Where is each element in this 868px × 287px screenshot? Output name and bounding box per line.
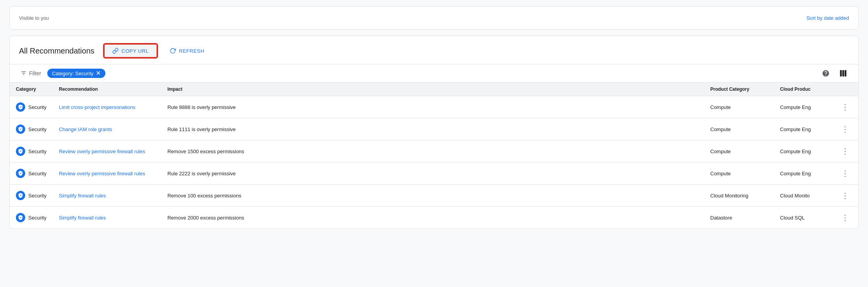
product-category-cell: Datastore bbox=[704, 207, 774, 229]
impact-cell: Remove 2000 excess permissions bbox=[161, 207, 704, 229]
cloud-product-cell: Cloud SQL bbox=[774, 207, 832, 229]
category-cell: Security bbox=[10, 163, 53, 185]
cloud-product-cell: Compute Eng bbox=[774, 140, 832, 163]
impact-cell: Remove 1500 excess permissions bbox=[161, 140, 704, 163]
section-header: All Recommendations COPY URL REFRESH bbox=[10, 36, 858, 64]
cloud-product-cell: Compute Eng bbox=[774, 118, 832, 140]
filter-icon bbox=[21, 70, 27, 76]
filter-bar: Filter Category: Security ✕ bbox=[10, 64, 858, 83]
filter-button[interactable]: Filter bbox=[19, 69, 43, 78]
more-actions-cell[interactable]: ⋮ bbox=[832, 96, 858, 118]
col-header-impact: Impact bbox=[161, 83, 704, 96]
more-actions-cell[interactable]: ⋮ bbox=[832, 118, 858, 140]
recommendation-cell[interactable]: Simplify firewall rules bbox=[53, 185, 161, 207]
more-actions-cell[interactable]: ⋮ bbox=[832, 140, 858, 163]
recommendation-link[interactable]: Review overly permissive firewall rules bbox=[59, 171, 145, 176]
recommendations-section: All Recommendations COPY URL REFRESH bbox=[9, 36, 859, 229]
more-actions-cell[interactable]: ⋮ bbox=[832, 207, 858, 229]
svg-rect-4 bbox=[842, 70, 844, 77]
category-label: Security bbox=[28, 171, 46, 176]
copy-url-label: COPY URL bbox=[122, 48, 149, 54]
visible-label: Visible to you bbox=[19, 15, 49, 21]
table-row: Security Simplify firewall rulesRemove 2… bbox=[10, 207, 858, 229]
category-cell: Security bbox=[10, 140, 53, 163]
category-cell: Security bbox=[10, 185, 53, 207]
filter-label: Filter bbox=[29, 70, 41, 76]
copy-url-button[interactable]: COPY URL bbox=[104, 44, 157, 58]
recommendation-cell[interactable]: Review overly permissive firewall rules bbox=[53, 140, 161, 163]
impact-cell: Rule 8888 is overly permissive bbox=[161, 96, 704, 118]
more-actions-button[interactable]: ⋮ bbox=[838, 101, 852, 113]
product-category-cell: Compute bbox=[704, 118, 774, 140]
table-row: Security Limit cross-project impersonati… bbox=[10, 96, 858, 118]
cloud-product-cell: Cloud Monito bbox=[774, 185, 832, 207]
category-security-chip[interactable]: Category: Security ✕ bbox=[47, 69, 105, 78]
columns-button[interactable] bbox=[837, 67, 849, 79]
sort-by-date-link[interactable]: Sort by date added bbox=[806, 15, 849, 21]
table-row: Security Change IAM role grantsRule 1111… bbox=[10, 118, 858, 140]
svg-rect-3 bbox=[840, 70, 842, 77]
more-actions-cell[interactable]: ⋮ bbox=[832, 185, 858, 207]
security-icon bbox=[16, 124, 25, 134]
refresh-label: REFRESH bbox=[179, 48, 205, 54]
more-actions-button[interactable]: ⋮ bbox=[838, 123, 852, 135]
link-icon bbox=[112, 48, 119, 54]
section-title: All Recommendations bbox=[19, 47, 95, 55]
security-icon bbox=[16, 102, 25, 112]
table-row: Security Review overly permissive firewa… bbox=[10, 140, 858, 163]
refresh-icon bbox=[170, 48, 176, 54]
category-label: Security bbox=[28, 215, 46, 221]
recommendation-link[interactable]: Change IAM role grants bbox=[59, 126, 112, 132]
cloud-product-cell: Compute Eng bbox=[774, 96, 832, 118]
col-header-product-category: Product Category bbox=[704, 83, 774, 96]
recommendations-table: Category Recommendation Impact Product C… bbox=[10, 83, 858, 228]
impact-cell: Remove 100 excess permissions bbox=[161, 185, 704, 207]
col-header-category: Category bbox=[10, 83, 53, 96]
table-row: Security Simplify firewall rulesRemove 1… bbox=[10, 185, 858, 207]
more-actions-button[interactable]: ⋮ bbox=[838, 211, 852, 224]
more-actions-button[interactable]: ⋮ bbox=[838, 189, 852, 202]
category-label: Security bbox=[28, 104, 46, 110]
category-label: Security bbox=[28, 149, 46, 154]
security-icon bbox=[16, 147, 25, 156]
recommendation-cell[interactable]: Change IAM role grants bbox=[53, 118, 161, 140]
impact-cell: Rule 1111 is overly permissive bbox=[161, 118, 704, 140]
category-label: Security bbox=[28, 193, 46, 199]
cloud-product-cell: Compute Eng bbox=[774, 163, 832, 185]
more-actions-button[interactable]: ⋮ bbox=[838, 167, 852, 180]
security-icon bbox=[16, 191, 25, 200]
more-actions-cell[interactable]: ⋮ bbox=[832, 163, 858, 185]
svg-rect-5 bbox=[845, 70, 847, 77]
recommendation-link[interactable]: Simplify firewall rules bbox=[59, 193, 106, 199]
chip-close-button[interactable]: ✕ bbox=[96, 70, 101, 76]
filter-bar-right bbox=[820, 67, 849, 79]
col-header-cloud-product: Cloud Produc bbox=[774, 83, 832, 96]
category-cell: Security bbox=[10, 96, 53, 118]
recommendation-link[interactable]: Limit cross-project impersonations bbox=[59, 104, 135, 110]
col-header-recommendation: Recommendation bbox=[53, 83, 161, 96]
category-cell: Security bbox=[10, 118, 53, 140]
category-cell: Security bbox=[10, 207, 53, 229]
recommendation-cell[interactable]: Limit cross-project impersonations bbox=[53, 96, 161, 118]
table-header: Category Recommendation Impact Product C… bbox=[10, 83, 858, 96]
impact-cell: Rule 2222 is overly permissive bbox=[161, 163, 704, 185]
security-icon bbox=[16, 169, 25, 178]
product-category-cell: Cloud Monitoring bbox=[704, 185, 774, 207]
table-body: Security Limit cross-project impersonati… bbox=[10, 96, 858, 229]
help-button[interactable] bbox=[820, 68, 831, 79]
refresh-button[interactable]: REFRESH bbox=[164, 45, 211, 57]
chip-label: Category: Security bbox=[52, 71, 93, 76]
col-header-more bbox=[832, 83, 858, 96]
product-category-cell: Compute bbox=[704, 140, 774, 163]
category-label: Security bbox=[28, 126, 46, 132]
recommendation-link[interactable]: Review overly permissive firewall rules bbox=[59, 149, 145, 154]
recommendation-link[interactable]: Simplify firewall rules bbox=[59, 215, 106, 221]
more-actions-button[interactable]: ⋮ bbox=[838, 145, 852, 157]
help-icon bbox=[822, 69, 830, 77]
product-category-cell: Compute bbox=[704, 163, 774, 185]
recommendation-cell[interactable]: Review overly permissive firewall rules bbox=[53, 163, 161, 185]
recommendation-cell[interactable]: Simplify firewall rules bbox=[53, 207, 161, 229]
columns-icon bbox=[839, 69, 847, 78]
security-icon bbox=[16, 213, 25, 222]
top-bar: Visible to you Sort by date added bbox=[9, 6, 859, 29]
